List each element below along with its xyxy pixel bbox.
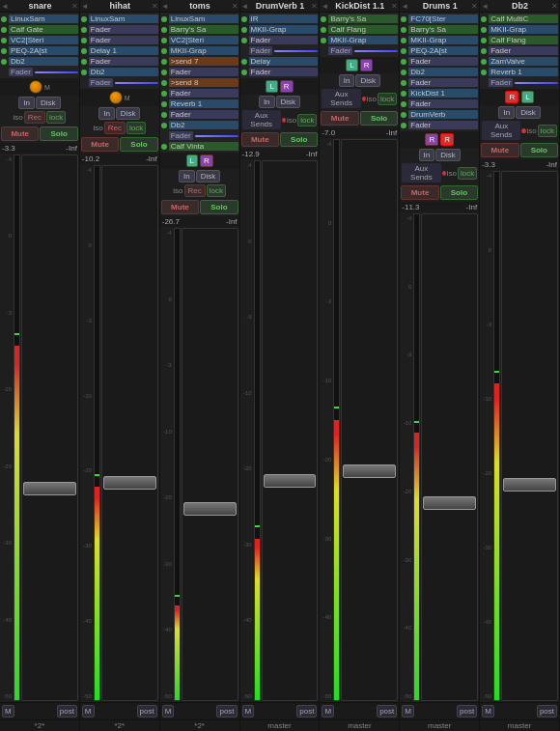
- plugin-name[interactable]: KickDist 1: [408, 89, 478, 98]
- fader-track-drums1[interactable]: [421, 213, 478, 701]
- plugin-row-drums1-6[interactable]: Fader: [401, 77, 478, 88]
- aux-sends-db2[interactable]: Aux Sends: [482, 121, 520, 140]
- solo-btn-hihat[interactable]: Solo: [120, 137, 157, 152]
- lock-btn-kickdist11[interactable]: lock: [378, 93, 397, 105]
- nav-right-db2[interactable]: ✕: [551, 2, 558, 11]
- plugin-name[interactable]: Fader: [408, 99, 478, 108]
- plugin-row-drums1-1[interactable]: Barry's Sa: [401, 24, 478, 35]
- in-btn-drumverb1[interactable]: In: [259, 96, 275, 108]
- rec-btn-hihat[interactable]: Rec: [104, 122, 126, 134]
- post-btn-snare[interactable]: post: [57, 705, 77, 717]
- plugin-name[interactable]: Fader: [169, 89, 238, 98]
- disk-btn-toms[interactable]: Disk: [196, 170, 221, 183]
- mute-btn-db2[interactable]: Mute: [481, 143, 518, 157]
- plugin-name[interactable]: Barry's Sa: [408, 25, 478, 34]
- plugin-name[interactable]: MKII-Grap: [328, 36, 398, 44]
- master-knob-hihat[interactable]: [109, 91, 123, 104]
- lock-btn-drumverb1[interactable]: lock: [297, 114, 317, 127]
- disk-btn-drumverb1[interactable]: Disk: [276, 96, 301, 108]
- fader-track-kickdist11[interactable]: [341, 139, 398, 701]
- plugin-row-hihat-2[interactable]: Fader: [81, 35, 158, 45]
- lr-r-btn[interactable]: R: [360, 59, 374, 71]
- plugin-name[interactable]: Fader: [89, 57, 158, 66]
- plugin-row-snare-2[interactable]: VC2[Steri: [1, 35, 78, 45]
- plugin-row-toms-0[interactable]: LinuxSam: [161, 14, 238, 24]
- mute-btn-drums1[interactable]: Mute: [401, 185, 438, 200]
- plugin-row-hihat-3[interactable]: Delay 1: [81, 45, 158, 56]
- plugin-name[interactable]: Fader: [489, 46, 558, 55]
- plugin-name[interactable]: MKII-Grap: [489, 25, 558, 34]
- plugin-row-db2-6[interactable]: Fader: [481, 77, 558, 88]
- solo-btn-snare[interactable]: Solo: [40, 127, 77, 141]
- plugin-row-drums1-10[interactable]: Fader: [401, 120, 478, 130]
- plugin-row-kickdist11-2[interactable]: MKII-Grap: [321, 35, 398, 45]
- lock-btn-toms[interactable]: lock: [207, 184, 226, 197]
- lock-btn-hihat[interactable]: lock: [126, 122, 146, 134]
- plugin-row-snare-4[interactable]: Db2: [1, 56, 78, 67]
- post-btn-kickdist11[interactable]: post: [377, 705, 397, 717]
- in-btn-toms[interactable]: In: [179, 170, 195, 183]
- plugin-row-drums1-3[interactable]: PEQ-2A[st: [401, 45, 478, 56]
- nav-left-db2[interactable]: ◄: [481, 2, 489, 11]
- m-btn-kickdist11[interactable]: M: [322, 705, 334, 717]
- fader-handle-kickdist11[interactable]: [343, 464, 396, 478]
- plugin-row-drumverb1-0[interactable]: IR: [241, 14, 319, 24]
- lr-r-btn[interactable]: R: [425, 133, 438, 146]
- plugin-row-db2-4[interactable]: ZamValve: [481, 56, 558, 67]
- plugin-name[interactable]: VC2[Steri: [9, 36, 78, 44]
- plugin-row-toms-9[interactable]: Fader: [161, 109, 238, 120]
- lr-r-btn[interactable]: R: [200, 155, 213, 167]
- mute-btn-drumverb1[interactable]: Mute: [241, 132, 279, 147]
- plugin-name[interactable]: PEQ-2A[st: [408, 46, 478, 55]
- plugin-row-drums1-4[interactable]: Fader: [401, 56, 478, 67]
- plugin-row-drums1-2[interactable]: MKII-Grap: [401, 35, 478, 45]
- plugin-name[interactable]: MKII-Grap: [408, 36, 478, 44]
- nav-right-drums1[interactable]: ✕: [471, 2, 478, 11]
- post-btn-db2[interactable]: post: [537, 705, 557, 717]
- post-btn-toms[interactable]: post: [216, 705, 237, 717]
- plugin-name[interactable]: Fader: [169, 110, 238, 119]
- plugin-row-toms-10[interactable]: Db2: [161, 120, 238, 130]
- plugin-name[interactable]: Db2: [408, 68, 478, 76]
- lock-btn-snare[interactable]: lock: [46, 111, 66, 124]
- nav-left-kickdist11[interactable]: ◄: [321, 2, 328, 11]
- plugin-name[interactable]: VC2[Steri: [169, 36, 238, 44]
- in-btn-kickdist11[interactable]: In: [339, 74, 355, 87]
- plugin-name[interactable]: Fader: [249, 68, 319, 76]
- plugin-name[interactable]: LinuxSam: [9, 14, 78, 23]
- plugin-row-drumverb1-3[interactable]: Fader: [241, 45, 319, 56]
- in-btn-hihat[interactable]: In: [98, 107, 115, 120]
- solo-btn-drumverb1[interactable]: Solo: [280, 132, 318, 147]
- plugin-name[interactable]: Calf Gate: [9, 25, 78, 34]
- lr-r-btn[interactable]: L: [521, 91, 533, 103]
- plugin-row-db2-3[interactable]: Fader: [481, 45, 558, 56]
- fader-handle-hihat[interactable]: [103, 476, 156, 490]
- rec-btn-snare[interactable]: Rec: [24, 111, 45, 124]
- plugin-name[interactable]: Barry's Sa: [328, 14, 398, 23]
- fader-track-snare[interactable]: [21, 155, 78, 701]
- fader-track-db2[interactable]: [501, 171, 558, 701]
- rec-btn-toms[interactable]: Rec: [184, 184, 206, 197]
- plugin-name[interactable]: Fader: [249, 36, 319, 44]
- plugin-name[interactable]: FC70[Ster: [408, 14, 478, 23]
- plugin-name[interactable]: Db2: [9, 57, 78, 66]
- aux-sends-drumverb1[interactable]: Aux Sends: [242, 110, 281, 129]
- plugin-row-db2-5[interactable]: Reverb 1: [481, 67, 558, 77]
- plugin-name[interactable]: Fader: [89, 36, 158, 44]
- solo-btn-drums1[interactable]: Solo: [440, 185, 478, 200]
- nav-left-snare[interactable]: ◄: [1, 2, 9, 11]
- plugin-row-snare-1[interactable]: Calf Gate: [1, 24, 78, 35]
- plugin-name[interactable]: Barry's Sa: [169, 25, 238, 34]
- plugin-name[interactable]: Fader: [408, 121, 478, 129]
- lock-btn-drums1[interactable]: lock: [458, 167, 477, 180]
- disk-btn-hihat[interactable]: Disk: [116, 107, 141, 120]
- plugin-row-drums1-7[interactable]: KickDist 1: [401, 88, 478, 98]
- m-btn-drumverb1[interactable]: M: [242, 705, 255, 717]
- nav-left-hihat[interactable]: ◄: [81, 2, 89, 11]
- plugin-name[interactable]: Calf Flang: [328, 25, 398, 34]
- in-btn-snare[interactable]: In: [18, 97, 35, 109]
- plugin-row-toms-5[interactable]: Fader: [161, 67, 238, 77]
- plugin-row-db2-2[interactable]: Calf Flang: [481, 35, 558, 45]
- plugin-row-hihat-5[interactable]: Db2: [81, 67, 158, 77]
- nav-right-toms[interactable]: ✕: [232, 2, 238, 11]
